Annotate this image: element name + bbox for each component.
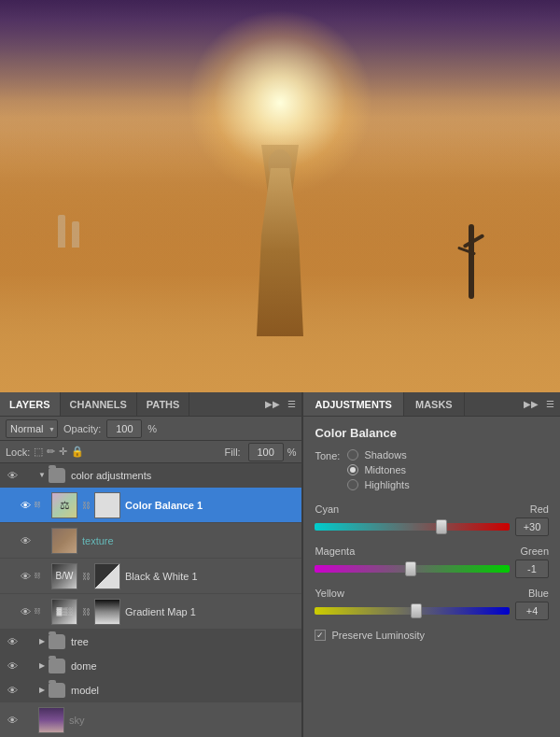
- tab-layers[interactable]: LAYERS: [0, 392, 61, 416]
- mask-bw-1: [94, 563, 120, 589]
- magenta-green-track: [315, 565, 510, 573]
- radio-label-shadows: Shadows: [364, 449, 406, 461]
- link-bw: ⛓: [34, 572, 49, 580]
- panel-expand-icon[interactable]: ▶▶: [263, 397, 282, 411]
- radio-shadows[interactable]: Shadows: [347, 449, 409, 461]
- cyan-red-value[interactable]: +30: [515, 517, 549, 536]
- lock-draw-icon[interactable]: ✏: [47, 446, 55, 458]
- layers-panel-tabs: LAYERS CHANNELS PATHS ▶▶ ☰: [0, 392, 301, 417]
- yellow-blue-track: [315, 607, 510, 615]
- adj-panel-options-icon[interactable]: ☰: [544, 397, 556, 411]
- magenta-label: Magenta: [315, 546, 355, 557]
- radio-highlights[interactable]: Highlights: [347, 479, 409, 490]
- eye-gradient-map-1[interactable]: 👁: [17, 603, 34, 620]
- magenta-green-slider-container: -1: [315, 560, 549, 578]
- thumb-texture: [51, 528, 77, 554]
- eye-tree[interactable]: 👁: [4, 633, 21, 650]
- eye-sky[interactable]: 👁: [4, 712, 21, 729]
- layers-panel: LAYERS CHANNELS PATHS ▶▶ ☰ Normal Opacit…: [0, 392, 302, 737]
- yellow-blue-slider-row: Yellow Blue +4: [315, 588, 549, 620]
- lock-transparent-icon[interactable]: ⬚: [34, 446, 43, 458]
- magenta-green-thumb[interactable]: [405, 561, 416, 576]
- layer-tree-group[interactable]: 👁 ▶ tree: [0, 630, 301, 654]
- folder-dome-icon: [49, 659, 65, 673]
- magenta-green-value[interactable]: -1: [515, 560, 549, 578]
- layer-name-dome: dome: [69, 660, 298, 672]
- green-label: Green: [520, 546, 549, 557]
- thumb-black-white-1: B/W: [51, 563, 77, 589]
- chain-bw: ⛓: [80, 572, 91, 581]
- panel-options-icon[interactable]: ☰: [286, 397, 298, 411]
- adjustments-panel-tabs: ADJUSTMENTS MASKS ▶▶ ☰: [303, 392, 560, 417]
- blend-mode-wrapper[interactable]: Normal: [6, 419, 58, 438]
- eye-color-balance-1[interactable]: 👁: [17, 497, 34, 514]
- cyan-red-slider-container: +30: [315, 517, 549, 536]
- layer-dome-group[interactable]: 👁 ▶ dome: [0, 654, 301, 678]
- link-gradient: ⛓: [34, 607, 49, 616]
- preserve-row: Preserve Luminosity: [315, 630, 549, 641]
- layer-gradient-map-1[interactable]: 👁 ⛓ ▓▒░ ⛓ Gradient Map 1: [0, 594, 301, 630]
- cyan-red-thumb[interactable]: [436, 519, 447, 534]
- fill-input[interactable]: [248, 443, 284, 461]
- yellow-blue-track-wrapper[interactable]: [315, 604, 510, 617]
- layer-name-texture: texture: [80, 535, 298, 546]
- folder-icon: [49, 468, 65, 483]
- tone-options: Shadows Midtones Highlights: [347, 449, 409, 490]
- radio-label-midtones: Midtones: [364, 464, 406, 475]
- radio-midtones[interactable]: Midtones: [347, 464, 409, 475]
- layer-name-tree: tree: [69, 636, 298, 647]
- canvas-area: [0, 0, 560, 392]
- layer-color-balance-1[interactable]: 👁 ⛓ ⚖ ⛓ Color Balance 1: [0, 488, 301, 523]
- radio-label-highlights: Highlights: [364, 479, 409, 490]
- preserve-luminosity-checkbox[interactable]: [315, 630, 326, 641]
- tab-paths[interactable]: PATHS: [137, 392, 190, 416]
- tree-decoration: [457, 187, 485, 299]
- folder-tree-icon: [49, 634, 65, 649]
- magenta-green-labels: Magenta Green: [315, 546, 549, 557]
- eye-color-adjustments[interactable]: 👁: [4, 467, 21, 484]
- collapse-icon[interactable]: ▼: [35, 471, 49, 479]
- eye-model[interactable]: 👁: [4, 682, 21, 699]
- layer-black-white-1[interactable]: 👁 ⛓ B/W ⛓ Black & White 1: [0, 559, 301, 594]
- tab-channels[interactable]: CHANNELS: [61, 392, 137, 416]
- yellow-blue-value[interactable]: +4: [515, 602, 549, 620]
- tab-adjustments[interactable]: ADJUSTMENTS: [303, 392, 404, 416]
- layers-list[interactable]: 👁 ▼ color adjustments 👁 ⛓ ⚖ ⛓ Color Bala…: [0, 463, 301, 737]
- adj-panel-expand-icon[interactable]: ▶▶: [522, 397, 540, 411]
- collapse-model-icon[interactable]: ▶: [35, 686, 49, 694]
- tab-masks[interactable]: MASKS: [404, 392, 465, 416]
- layer-name-black-white-1: Black & White 1: [123, 571, 298, 582]
- eye-dome[interactable]: 👁: [4, 658, 21, 674]
- layer-model-group[interactable]: 👁 ▶ model: [0, 678, 301, 702]
- layer-sky[interactable]: 👁 sky: [0, 702, 301, 737]
- blue-label: Blue: [528, 588, 549, 599]
- eye-black-white-1[interactable]: 👁: [17, 568, 34, 585]
- figure: [243, 149, 317, 336]
- layer-name-color-balance-1: Color Balance 1: [123, 500, 298, 511]
- tone-section: Tone: Shadows Midtones Highlights: [315, 449, 549, 490]
- yellow-blue-thumb[interactable]: [411, 603, 422, 618]
- blend-mode-select[interactable]: Normal: [6, 419, 58, 438]
- cyan-red-labels: Cyan Red: [315, 503, 549, 515]
- chain-color-balance: ⛓: [80, 501, 91, 510]
- radio-circle-shadows[interactable]: [347, 449, 358, 461]
- radio-circle-midtones[interactable]: [347, 464, 358, 475]
- layer-name-sky: sky: [67, 715, 298, 726]
- fill-percent: %: [287, 446, 297, 458]
- collapse-tree-icon[interactable]: ▶: [35, 637, 49, 645]
- layer-color-adjustments-group[interactable]: 👁 ▼ color adjustments: [0, 463, 301, 488]
- lock-all-icon[interactable]: 🔒: [71, 446, 84, 458]
- red-label: Red: [530, 503, 549, 515]
- opacity-input[interactable]: [106, 419, 142, 438]
- cyan-label: Cyan: [315, 503, 339, 515]
- collapse-dome-icon[interactable]: ▶: [35, 661, 49, 670]
- lock-move-icon[interactable]: ✛: [59, 446, 67, 458]
- layer-texture[interactable]: 👁 texture: [0, 523, 301, 559]
- magenta-green-track-wrapper[interactable]: [315, 562, 510, 575]
- eye-texture[interactable]: 👁: [17, 532, 34, 549]
- radio-circle-highlights[interactable]: [347, 479, 358, 490]
- thumb-sky: [38, 707, 64, 733]
- magenta-green-slider-row: Magenta Green -1: [315, 546, 549, 578]
- panels-area: LAYERS CHANNELS PATHS ▶▶ ☰ Normal Opacit…: [0, 392, 560, 737]
- cyan-red-track-wrapper[interactable]: [315, 520, 510, 533]
